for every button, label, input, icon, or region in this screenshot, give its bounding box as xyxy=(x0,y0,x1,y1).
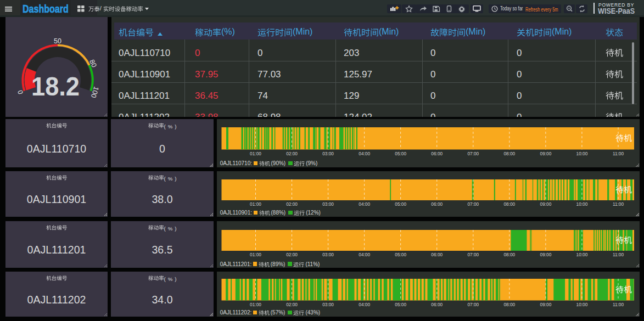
svg-text:03:00: 03:00 xyxy=(322,302,334,307)
svg-text:07:00: 07:00 xyxy=(467,151,479,156)
svg-text:05:00: 05:00 xyxy=(395,252,406,257)
svg-text:01:00: 01:00 xyxy=(250,302,261,307)
svg-text:07:00: 07:00 xyxy=(467,252,479,257)
svg-text:06:00: 06:00 xyxy=(431,151,443,156)
svg-text:08:00: 08:00 xyxy=(503,302,515,307)
svg-text:06:00: 06:00 xyxy=(431,302,443,307)
svg-text:07:00: 07:00 xyxy=(467,201,479,207)
svg-text:11:00: 11:00 xyxy=(613,302,624,307)
svg-text:09:00: 09:00 xyxy=(540,201,552,207)
svg-text:09:00: 09:00 xyxy=(540,151,552,156)
svg-text:02:00: 02:00 xyxy=(286,201,298,207)
svg-text:11:00: 11:00 xyxy=(613,252,624,257)
svg-text:03:00: 03:00 xyxy=(322,151,334,156)
svg-text:04:00: 04:00 xyxy=(359,201,370,207)
svg-text:03:00: 03:00 xyxy=(322,252,334,257)
svg-text:0: 0 xyxy=(16,89,25,95)
svg-text:08:00: 08:00 xyxy=(503,151,515,156)
svg-text:06:00: 06:00 xyxy=(431,201,443,207)
svg-text:10:00: 10:00 xyxy=(576,201,588,207)
svg-text:04:00: 04:00 xyxy=(359,252,370,257)
svg-text:03:00: 03:00 xyxy=(322,201,334,207)
svg-text:09:00: 09:00 xyxy=(540,302,552,307)
svg-text:50: 50 xyxy=(54,37,61,45)
svg-text:11:00: 11:00 xyxy=(613,201,624,207)
svg-text:05:00: 05:00 xyxy=(395,302,406,307)
svg-text:10:00: 10:00 xyxy=(576,151,588,156)
svg-text:06:00: 06:00 xyxy=(431,252,443,257)
svg-text:08:00: 08:00 xyxy=(503,252,515,257)
svg-text:18.2: 18.2 xyxy=(31,72,80,101)
svg-text:10:00: 10:00 xyxy=(576,302,588,307)
svg-text:05:00: 05:00 xyxy=(395,201,406,207)
svg-text:09:00: 09:00 xyxy=(540,252,552,257)
svg-text:02:00: 02:00 xyxy=(286,151,298,156)
svg-text:08:00: 08:00 xyxy=(503,201,515,207)
svg-text:05:00: 05:00 xyxy=(395,151,406,156)
svg-text:07:00: 07:00 xyxy=(467,302,479,307)
svg-text:11:00: 11:00 xyxy=(613,151,624,156)
svg-text:01:00: 01:00 xyxy=(250,252,261,257)
svg-text:04:00: 04:00 xyxy=(359,302,370,307)
svg-text:02:00: 02:00 xyxy=(286,252,298,257)
svg-text:01:00: 01:00 xyxy=(250,151,261,156)
svg-text:10:00: 10:00 xyxy=(576,252,588,257)
svg-text:04:00: 04:00 xyxy=(359,151,370,156)
svg-text:02:00: 02:00 xyxy=(286,302,298,307)
svg-text:01:00: 01:00 xyxy=(250,201,261,207)
